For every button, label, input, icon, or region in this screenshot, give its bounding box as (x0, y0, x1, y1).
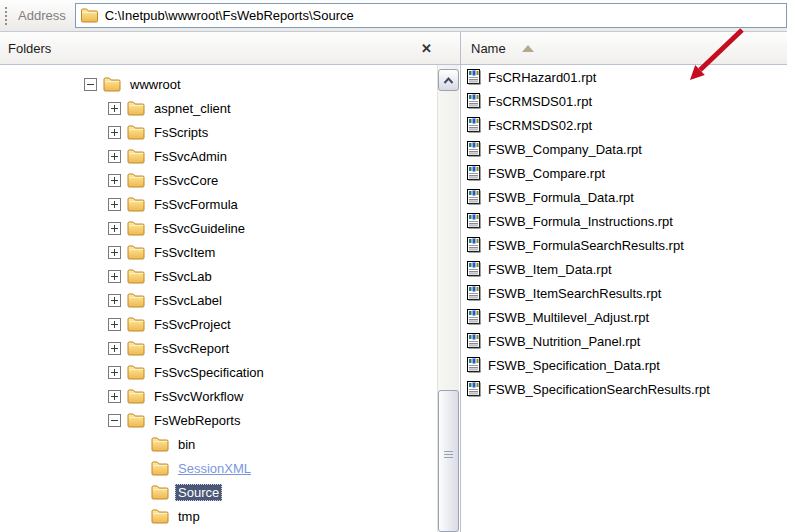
file-item-FsCRMSDS01.rpt[interactable]: FsCRMSDS01.rpt (461, 89, 787, 113)
report-file-icon (466, 189, 482, 205)
tree-item-label: FsSvcFormula (151, 196, 241, 213)
expand-toggle-icon[interactable] (108, 222, 121, 235)
expand-toggle-icon[interactable] (108, 390, 121, 403)
file-item-FSWB_Item_Data.rpt[interactable]: FSWB_Item_Data.rpt (461, 257, 787, 281)
tree-item-label: FsSvcGuideline (151, 220, 248, 237)
expand-toggle-icon[interactable] (108, 150, 121, 163)
tree-item-FsWebReports[interactable]: FsWebReports (0, 408, 436, 432)
file-name-label: FSWB_Compare.rpt (488, 166, 605, 181)
report-file-icon (466, 237, 482, 253)
file-item-FSWB_FormulaSearchResults.rpt[interactable]: FSWB_FormulaSearchResults.rpt (461, 233, 787, 257)
tree-item-FsSvcSpecification[interactable]: FsSvcSpecification (0, 360, 436, 384)
tree-item-label: FsWebReports (151, 412, 243, 429)
tree-item-bin[interactable]: bin (0, 432, 436, 456)
tree-item-FsSvcCore[interactable]: FsSvcCore (0, 168, 436, 192)
report-file-icon (466, 285, 482, 301)
file-name-label: FsCRHazard01.rpt (488, 70, 596, 85)
tree-item-FsSvcReport[interactable]: FsSvcReport (0, 336, 436, 360)
report-file-icon (466, 69, 482, 85)
expand-toggle-icon[interactable] (108, 366, 121, 379)
file-name-label: FSWB_Multilevel_Adjust.rpt (488, 310, 649, 325)
address-path-text[interactable]: C:\Inetpub\wwwroot\FsWebReports\Source (105, 8, 354, 23)
file-name-label: FSWB_ItemSearchResults.rpt (488, 286, 661, 301)
file-item-FSWB_Nutrition_Panel.rpt[interactable]: FSWB_Nutrition_Panel.rpt (461, 329, 787, 353)
name-column-label: Name (471, 41, 506, 56)
file-name-label: FSWB_Formula_Instructions.rpt (488, 214, 673, 229)
folder-icon (127, 245, 145, 260)
scrollbar-thumb[interactable] (438, 390, 459, 532)
tree-item-FsSvcFormula[interactable]: FsSvcFormula (0, 192, 436, 216)
tree-item-label: FsSvcSpecification (151, 364, 267, 381)
close-folders-pane-icon[interactable]: ✕ (421, 42, 432, 55)
tree-scrollbar[interactable] (437, 65, 459, 532)
address-combobox[interactable]: C:\Inetpub\wwwroot\FsWebReports\Source (75, 3, 787, 28)
expand-toggle-icon[interactable] (108, 174, 121, 187)
report-file-icon (466, 333, 482, 349)
toggle-spacer (132, 510, 145, 523)
expand-toggle-icon[interactable] (108, 294, 121, 307)
tree-item-FsSvcAdmin[interactable]: FsSvcAdmin (0, 144, 436, 168)
file-item-FsCRHazard01.rpt[interactable]: FsCRHazard01.rpt (461, 65, 787, 89)
tree-item-FsSvcLabel[interactable]: FsSvcLabel (0, 288, 436, 312)
folder-icon (127, 293, 145, 308)
folder-icon (127, 221, 145, 236)
tree-item-SessionXML[interactable]: SessionXML (0, 456, 436, 480)
file-item-FSWB_Company_Data.rpt[interactable]: FSWB_Company_Data.rpt (461, 137, 787, 161)
toggle-spacer (132, 486, 145, 499)
thumb-grip-icon (444, 451, 453, 460)
expand-toggle-icon[interactable] (108, 102, 121, 115)
expand-toggle-icon[interactable] (108, 246, 121, 259)
expand-toggle-icon[interactable] (108, 198, 121, 211)
file-name-label: FsCRMSDS02.rpt (488, 118, 592, 133)
tree-item-FsSvcItem[interactable]: FsSvcItem (0, 240, 436, 264)
toggle-spacer (132, 438, 145, 451)
file-item-FSWB_Specification_Data.rpt[interactable]: FSWB_Specification_Data.rpt (461, 353, 787, 377)
tree-item-Source[interactable]: Source (0, 480, 436, 504)
tree-item-FsSvcProject[interactable]: FsSvcProject (0, 312, 436, 336)
address-label: Address (18, 8, 66, 23)
open-folder-icon (80, 8, 99, 23)
toggle-spacer (132, 462, 145, 475)
folder-icon (151, 461, 169, 476)
file-item-FSWB_Multilevel_Adjust.rpt[interactable]: FSWB_Multilevel_Adjust.rpt (461, 305, 787, 329)
name-column-header[interactable]: Name (461, 32, 787, 65)
tree-item-FsScripts[interactable]: FsScripts (0, 120, 436, 144)
file-item-FSWB_Formula_Data.rpt[interactable]: FSWB_Formula_Data.rpt (461, 185, 787, 209)
folders-pane-title: Folders (8, 41, 51, 56)
tree-item-tmp[interactable]: tmp (0, 504, 436, 528)
tree-item-label: FsScripts (151, 124, 211, 141)
tree-item-FsSvcWorkflow[interactable]: FsSvcWorkflow (0, 384, 436, 408)
folders-pane: Folders ✕ wwwroot aspnet_client FsScript… (0, 32, 460, 532)
file-item-FSWB_Compare.rpt[interactable]: FSWB_Compare.rpt (461, 161, 787, 185)
tree-item-wwwroot[interactable]: wwwroot (0, 72, 436, 96)
scroll-up-button[interactable] (438, 69, 459, 91)
expand-toggle-icon[interactable] (108, 126, 121, 139)
expand-toggle-icon[interactable] (108, 270, 121, 283)
folder-icon (151, 509, 169, 524)
file-item-FSWB_SpecificationSearchResults.rpt[interactable]: FSWB_SpecificationSearchResults.rpt (461, 377, 787, 401)
toolbar-grip-icon[interactable] (5, 7, 7, 25)
folder-icon (127, 317, 145, 332)
tree-item-aspnet_client[interactable]: aspnet_client (0, 96, 436, 120)
file-item-FsCRMSDS02.rpt[interactable]: FsCRMSDS02.rpt (461, 113, 787, 137)
file-item-FSWB_ItemSearchResults.rpt[interactable]: FSWB_ItemSearchResults.rpt (461, 281, 787, 305)
tree-item-FsSvcGuideline[interactable]: FsSvcGuideline (0, 216, 436, 240)
file-name-label: FSWB_FormulaSearchResults.rpt (488, 238, 684, 253)
folder-icon (127, 365, 145, 380)
tree-item-label: FsSvcProject (151, 316, 234, 333)
file-name-label: FsCRMSDS01.rpt (488, 94, 592, 109)
expand-toggle-icon[interactable] (108, 318, 121, 331)
folders-pane-header: Folders ✕ (0, 32, 460, 65)
collapse-toggle-icon[interactable] (84, 78, 97, 91)
chevron-up-icon (442, 76, 455, 85)
tree-item-label: Source (175, 484, 222, 501)
expand-toggle-icon[interactable] (108, 342, 121, 355)
folder-icon (127, 173, 145, 188)
tree-item-label: tmp (175, 508, 203, 525)
tree-item-label: FsSvcWorkflow (151, 388, 246, 405)
collapse-toggle-icon[interactable] (108, 414, 121, 427)
file-list: FsCRHazard01.rpt FsCRMSDS01.rpt FsCRMSDS… (461, 65, 787, 532)
tree-item-FsSvcLab[interactable]: FsSvcLab (0, 264, 436, 288)
file-item-FSWB_Formula_Instructions.rpt[interactable]: FSWB_Formula_Instructions.rpt (461, 209, 787, 233)
file-name-label: FSWB_Formula_Data.rpt (488, 190, 634, 205)
